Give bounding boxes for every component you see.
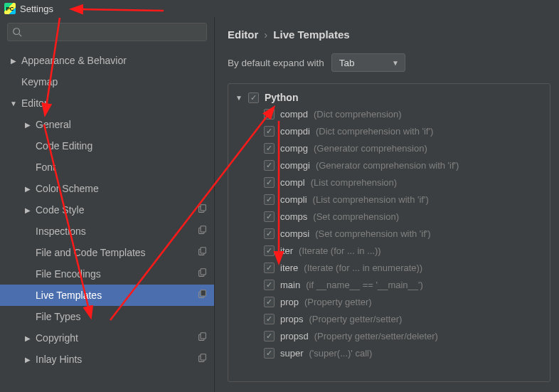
template-key: compl (280, 177, 305, 188)
sidebar-item-label: Code Style (36, 204, 84, 216)
template-item-itere[interactable]: itere(Iterate (for ... in enumerate)) (235, 259, 547, 276)
template-item-compdi[interactable]: compdi(Dict comprehension with 'if') (235, 122, 547, 139)
sidebar-item-inspections[interactable]: ▶Inspections (0, 221, 214, 242)
svg-rect-11 (201, 290, 206, 296)
template-item-compsi[interactable]: compsi(Set comprehension with 'if') (235, 225, 547, 242)
templates-panel: ▼ Python compd(Dict comprehension)compdi… (228, 83, 550, 382)
template-checkbox[interactable] (264, 280, 275, 290)
template-checkbox[interactable] (264, 143, 275, 154)
template-group-row[interactable]: ▼ Python (235, 90, 547, 105)
svg-rect-9 (201, 269, 206, 275)
breadcrumb: Editor › Live Templates (228, 28, 550, 41)
sidebar-item-color-scheme[interactable]: ▶Color Scheme (0, 178, 214, 199)
template-description: (Set comprehension) (313, 211, 399, 222)
template-checkbox[interactable] (264, 126, 275, 137)
template-checkbox[interactable] (264, 245, 275, 256)
template-item-compli[interactable]: compli(List comprehension with 'if') (235, 191, 547, 208)
template-description: (Set comprehension with 'if') (315, 228, 430, 239)
template-item-propsd[interactable]: propsd(Property getter/setter/deleter) (235, 327, 547, 344)
template-description: (Dict comprehension with 'if') (316, 126, 433, 137)
chevron-down-icon: ▼ (392, 59, 399, 67)
template-checkbox[interactable] (264, 331, 275, 341)
svg-rect-13 (201, 333, 206, 339)
template-item-super[interactable]: super('super(...)' call) (235, 344, 547, 361)
search-input[interactable] (7, 23, 207, 41)
sidebar-item-label: Live Templates (36, 290, 102, 301)
template-description: (Iterate (for ... in enumerate)) (304, 263, 422, 273)
template-item-compgi[interactable]: compgi(Generator comprehension with 'if'… (235, 157, 547, 174)
template-checkbox[interactable] (264, 109, 275, 120)
sidebar-item-file-and-code-templates[interactable]: ▶File and Code Templates (0, 242, 214, 263)
sidebar-item-copyright[interactable]: ▶Copyright (0, 327, 214, 349)
sidebar-item-live-templates[interactable]: ▶Live Templates (0, 285, 214, 306)
template-key: prop (280, 297, 299, 307)
scheme-icon (198, 247, 207, 258)
chevron-right-icon: › (264, 28, 267, 41)
sidebar-item-label: Appearance & Behavior (21, 55, 127, 66)
sidebar-item-label: File Types (36, 311, 81, 322)
template-item-compg[interactable]: compg(Generator comprehension) (235, 139, 547, 157)
main-panel: Editor › Live Templates By default expan… (215, 17, 559, 392)
template-checkbox[interactable] (264, 160, 275, 171)
template-checkbox[interactable] (264, 211, 275, 222)
sidebar-item-general[interactable]: ▶General (0, 114, 214, 135)
sidebar-item-file-types[interactable]: ▶File Types (0, 306, 214, 327)
expand-with-combobox[interactable]: Tab ▼ (331, 53, 405, 72)
template-key: super (280, 348, 304, 359)
svg-rect-5 (201, 226, 206, 232)
template-checkbox[interactable] (264, 314, 275, 324)
template-key: propsd (280, 331, 309, 341)
sidebar-item-appearance-behavior[interactable]: ▶Appearance & Behavior (0, 50, 214, 71)
template-key: comps (280, 211, 307, 222)
template-key: compg (280, 143, 308, 154)
expand-with-label: By default expand with (228, 58, 324, 68)
template-description: (List comprehension) (311, 177, 397, 188)
template-key: compdi (280, 126, 310, 137)
svg-point-0 (14, 28, 20, 35)
group-collapse-arrow[interactable]: ▼ (235, 94, 243, 102)
template-item-prop[interactable]: prop(Property getter) (235, 293, 547, 310)
template-key: compgi (280, 160, 310, 171)
template-checkbox[interactable] (264, 297, 275, 307)
sidebar-item-label: File and Code Templates (36, 247, 146, 258)
sidebar-item-label: Inlay Hints (36, 354, 82, 365)
svg-line-1 (19, 34, 22, 37)
template-key: compli (280, 194, 307, 205)
chevron-right-icon: ▶ (24, 185, 31, 193)
template-item-main[interactable]: main(if __name__ == '__main__') (235, 276, 547, 293)
template-item-props[interactable]: props(Property getter/setter) (235, 310, 547, 327)
scheme-icon (198, 290, 207, 301)
sidebar-item-label: File Encodings (36, 268, 101, 280)
template-checkbox[interactable] (264, 194, 275, 205)
svg-rect-3 (201, 205, 206, 211)
template-key: compd (280, 109, 308, 120)
sidebar-item-label: Code Editing (36, 140, 92, 152)
template-description: (Generator comprehension with 'if') (316, 160, 459, 171)
template-checkbox[interactable] (264, 177, 275, 188)
svg-rect-7 (201, 248, 206, 253)
template-checkbox[interactable] (264, 228, 275, 239)
sidebar: ▶Appearance & Behavior▶Keymap▼Editor▶Gen… (0, 17, 215, 392)
chevron-right-icon: ▶ (24, 334, 31, 342)
sidebar-item-editor[interactable]: ▼Editor (0, 92, 214, 114)
template-item-compl[interactable]: compl(List comprehension) (235, 174, 547, 191)
template-description: ('super(...)' call) (309, 348, 373, 359)
sidebar-item-code-style[interactable]: ▶Code Style (0, 199, 214, 221)
scheme-icon (198, 204, 207, 216)
group-checkbox[interactable] (248, 92, 259, 103)
sidebar-item-font[interactable]: ▶Font (0, 157, 214, 178)
sidebar-item-code-editing[interactable]: ▶Code Editing (0, 135, 214, 157)
settings-tree: ▶Appearance & Behavior▶Keymap▼Editor▶Gen… (0, 47, 214, 392)
sidebar-item-inlay-hints[interactable]: ▶Inlay Hints (0, 349, 214, 370)
sidebar-item-file-encodings[interactable]: ▶File Encodings (0, 263, 214, 285)
template-item-iter[interactable]: iter(Iterate (for ... in ...)) (235, 242, 547, 259)
sidebar-item-label: Copyright (36, 332, 78, 344)
template-item-compd[interactable]: compd(Dict comprehension) (235, 105, 547, 122)
sidebar-item-keymap[interactable]: ▶Keymap (0, 71, 214, 92)
template-checkbox[interactable] (264, 263, 275, 273)
template-description: (Generator comprehension) (314, 143, 427, 154)
template-item-comps[interactable]: comps(Set comprehension) (235, 208, 547, 225)
template-description: (Dict comprehension) (314, 109, 402, 120)
search-icon (12, 27, 22, 37)
template-checkbox[interactable] (264, 348, 275, 359)
